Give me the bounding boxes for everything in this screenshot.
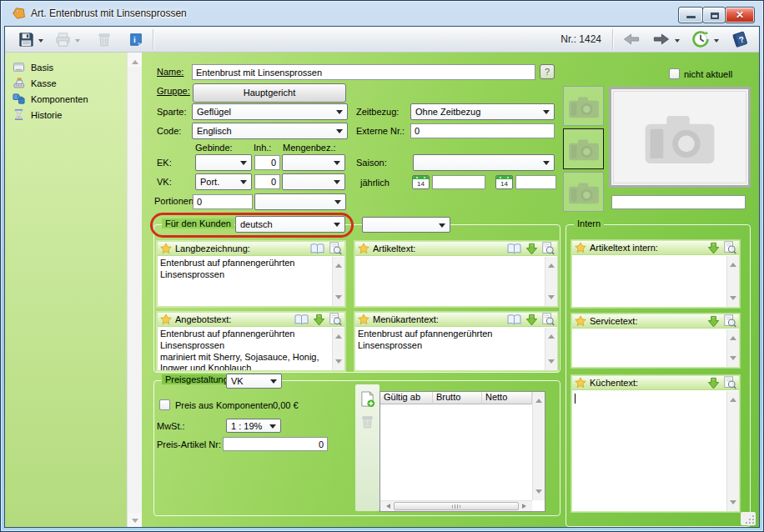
scroll-down-arrow[interactable] <box>128 513 142 527</box>
externe-nr-input[interactable] <box>410 123 555 138</box>
sidebar-item-historie[interactable]: Historie <box>5 107 127 123</box>
preis-aus-komponenten-checkbox[interactable] <box>159 399 170 410</box>
maximize-button[interactable] <box>702 7 726 23</box>
zoom-preview-icon[interactable] <box>541 242 555 255</box>
textarea-scrollbar[interactable] <box>332 257 344 306</box>
sprache-select[interactable]: deutsch <box>235 216 345 233</box>
delete-button[interactable] <box>95 30 113 49</box>
ek-mengenbez-select[interactable] <box>282 154 345 171</box>
save-button[interactable] <box>17 30 36 49</box>
zoom-preview-icon[interactable] <box>329 313 342 326</box>
svg-text:i: i <box>133 34 136 43</box>
portionen-input[interactable] <box>193 194 253 209</box>
textarea-scrollbar[interactable] <box>726 329 739 367</box>
copy-down-arrow-icon[interactable] <box>707 242 720 254</box>
portionen-einheit-select[interactable] <box>254 193 346 210</box>
nicht-aktuell-checkbox[interactable] <box>669 68 680 79</box>
image-thumbnail-2-selected[interactable] <box>563 128 604 169</box>
zweite-sprache-select[interactable] <box>362 217 450 233</box>
ek-gebinde-select[interactable] <box>195 154 252 171</box>
name-help-button[interactable]: ? <box>540 64 555 79</box>
table-horizontal-scrollbar[interactable] <box>380 500 532 511</box>
dictionary-book-icon[interactable] <box>506 314 522 326</box>
ek-inh-input[interactable] <box>254 155 280 170</box>
minimize-button[interactable] <box>678 7 703 23</box>
close-button[interactable]: ✕ <box>725 7 755 23</box>
save-dropdown-caret[interactable] <box>38 39 43 45</box>
sidebar-item-kasse[interactable]: Kasse <box>5 75 127 91</box>
dictionary-book-icon[interactable] <box>294 314 309 326</box>
image-preview[interactable] <box>609 87 751 188</box>
zeitbezug-select[interactable]: Ohne Zeitbezug <box>410 103 555 120</box>
gruppe-label[interactable]: Gruppe: <box>157 86 190 96</box>
copy-down-arrow-icon[interactable] <box>525 243 538 255</box>
table-vertical-scrollbar[interactable] <box>532 392 545 500</box>
price-table-actions <box>355 384 379 511</box>
navigation-dropdown-caret[interactable] <box>675 39 680 45</box>
copy-down-arrow-icon[interactable] <box>707 315 720 328</box>
textarea-scrollbar[interactable] <box>332 328 344 370</box>
zoom-preview-icon[interactable] <box>723 376 736 389</box>
servicetext-textarea[interactable] <box>572 329 726 367</box>
column-header-gueltig-ab[interactable]: Gültig ab <box>380 392 433 404</box>
jaehrlich-von-input[interactable] <box>432 175 485 189</box>
add-price-icon[interactable] <box>359 391 375 408</box>
zoom-preview-icon[interactable] <box>541 313 555 326</box>
image-thumbnail-1[interactable] <box>563 86 604 126</box>
nicht-aktuell-label: nicht aktuell <box>684 69 732 79</box>
print-dropdown-caret[interactable] <box>75 39 80 45</box>
name-label[interactable]: Name: <box>157 67 183 77</box>
saison-select[interactable] <box>413 154 555 171</box>
previous-record-button[interactable] <box>621 30 643 48</box>
image-caption-input[interactable] <box>611 195 746 209</box>
gruppe-button[interactable]: Hauptgericht <box>193 83 346 103</box>
column-header-brutto[interactable]: Brutto <box>433 392 482 404</box>
sidebar-item-komponenten[interactable]: Komponenten <box>5 91 127 107</box>
zoom-preview-icon[interactable] <box>723 241 736 254</box>
zoom-preview-icon[interactable] <box>723 314 736 328</box>
zoom-preview-icon[interactable] <box>329 242 342 255</box>
window-title: Art. Entenbrust mit Linsensprossen <box>31 8 187 19</box>
textarea-scrollbar[interactable] <box>726 391 739 511</box>
vk-gebinde-select[interactable]: Port. <box>195 173 252 190</box>
price-table[interactable]: Gültig ab Brutto Netto <box>379 391 545 512</box>
help-button-toolbar[interactable]: ? <box>729 28 751 50</box>
preis-artikel-nr-input[interactable] <box>223 437 328 451</box>
dictionary-book-icon[interactable] <box>506 243 522 255</box>
jaehrlich-bis-input[interactable] <box>515 175 556 189</box>
calendar-button-von[interactable]: 14 <box>412 175 430 189</box>
delete-price-icon[interactable] <box>360 414 374 429</box>
preis-modus-select[interactable]: VK <box>226 374 282 389</box>
artikeltext-intern-textarea[interactable] <box>572 256 726 307</box>
image-thumbnail-3[interactable] <box>563 172 604 212</box>
info-button[interactable]: i <box>127 30 145 49</box>
name-input[interactable] <box>192 64 535 80</box>
scroll-up-arrow[interactable] <box>128 53 142 67</box>
vk-inh-input[interactable] <box>254 174 280 189</box>
artikeltext-textarea[interactable] <box>355 257 545 306</box>
print-button[interactable] <box>53 30 73 49</box>
copy-down-arrow-icon[interactable] <box>525 314 538 326</box>
langbezeichnung-textarea[interactable]: Entenbrust auf pfannengerührten Linsensp… <box>158 257 332 306</box>
textarea-scrollbar[interactable] <box>545 328 557 370</box>
sparte-select[interactable]: Geflügel <box>192 103 348 120</box>
calendar-button-bis[interactable]: 14 <box>495 175 513 189</box>
copy-down-arrow-icon[interactable] <box>707 377 720 389</box>
mwst-select[interactable]: 1 : 19% <box>226 419 281 433</box>
sidebar-item-basis[interactable]: Basis <box>5 59 127 75</box>
history-button[interactable] <box>690 28 711 50</box>
dictionary-book-icon[interactable] <box>309 243 325 255</box>
column-header-netto[interactable]: Netto <box>482 392 532 404</box>
history-dropdown-caret[interactable] <box>714 39 719 45</box>
code-select[interactable]: Englisch <box>192 123 348 139</box>
copy-down-arrow-icon[interactable] <box>313 314 325 326</box>
next-record-button[interactable] <box>650 30 672 48</box>
window-resize-grip[interactable] <box>741 512 756 525</box>
kuechentext-textarea[interactable] <box>572 391 726 511</box>
angebotstext-textarea[interactable]: Entenbrust auf pfannengerührten Linsensp… <box>158 328 332 370</box>
vk-mengenbez-select[interactable] <box>282 173 345 190</box>
menuekartentext-textarea[interactable]: Entenbrust auf pfannengerührten Linsensp… <box>355 328 545 370</box>
sidebar-scrollbar[interactable] <box>127 53 142 527</box>
textarea-scrollbar[interactable] <box>545 257 557 306</box>
textarea-scrollbar[interactable] <box>726 256 739 307</box>
